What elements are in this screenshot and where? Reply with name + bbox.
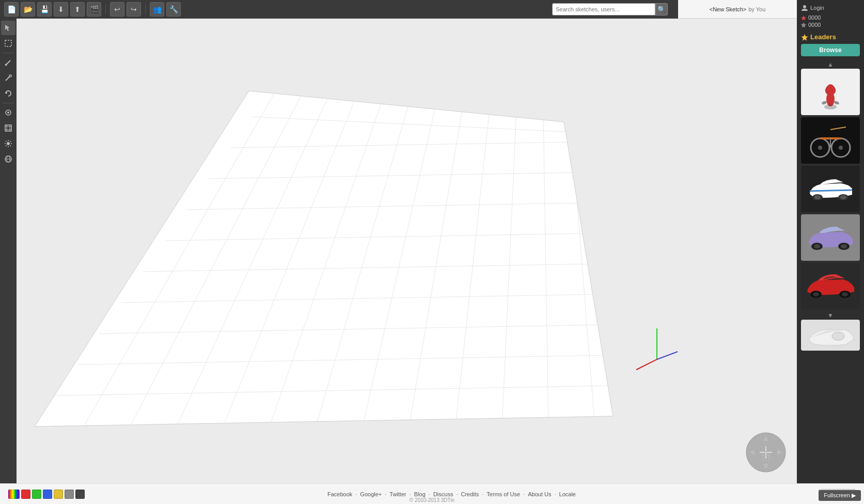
- paint-tool[interactable]: [1, 55, 15, 70]
- yellow-swatch[interactable]: [54, 490, 63, 499]
- users-button[interactable]: 👥: [150, 2, 164, 17]
- svg-point-86: [834, 100, 839, 105]
- save-file-button[interactable]: 💾: [37, 2, 52, 17]
- undo-button[interactable]: ↩: [110, 2, 124, 17]
- thumbnail-2[interactable]: [801, 117, 860, 164]
- search-button[interactable]: 🔍: [655, 3, 668, 15]
- fullscreen-button[interactable]: Fullscreen ▶: [819, 490, 861, 501]
- svg-rect-0: [5, 40, 11, 46]
- light-tool[interactable]: [1, 136, 15, 151]
- svg-line-3: [6, 76, 10, 81]
- thumbnail-6[interactable]: [801, 320, 860, 351]
- thumbnail-3[interactable]: [801, 166, 860, 212]
- svg-line-98: [810, 190, 852, 191]
- dark-swatch[interactable]: [75, 490, 85, 499]
- svg-point-105: [813, 292, 819, 296]
- svg-point-84: [824, 104, 837, 109]
- svg-rect-12: [5, 125, 11, 131]
- sketch-by: by You: [748, 6, 765, 12]
- left-sidebar: [0, 19, 17, 483]
- scroll-up-arrow[interactable]: ▲: [801, 60, 860, 69]
- grid-tool[interactable]: [1, 121, 15, 135]
- leaders-section: Leaders Browse ▲: [797, 33, 864, 357]
- svg-point-106: [842, 292, 848, 296]
- settings-button[interactable]: 🔧: [166, 2, 181, 17]
- search-input[interactable]: [552, 3, 655, 15]
- sketch-title-area: <New Sketch> by You: [678, 0, 797, 19]
- scene-tool[interactable]: [1, 152, 15, 166]
- browse-button[interactable]: Browse: [801, 44, 860, 56]
- gallery-button[interactable]: 🎬: [87, 2, 101, 17]
- svg-point-96: [814, 195, 821, 199]
- svg-line-69: [657, 352, 678, 359]
- upload-button[interactable]: ⬆: [70, 2, 85, 17]
- svg-point-13: [7, 142, 10, 145]
- google-plus-link[interactable]: Google+: [360, 491, 382, 497]
- sidebar-sep-1: [3, 53, 14, 53]
- terms-link[interactable]: Terms of Use: [486, 491, 520, 497]
- svg-point-91: [818, 146, 822, 150]
- login-section: Login 0000 0000: [797, 0, 864, 33]
- snap-tool[interactable]: [1, 105, 15, 120]
- discuss-link[interactable]: Discuss: [433, 491, 453, 497]
- svg-line-21: [6, 146, 7, 147]
- rainbow-swatch[interactable]: [8, 490, 20, 499]
- color-palette: [8, 490, 85, 499]
- facebook-link[interactable]: Facebook: [327, 491, 352, 497]
- svg-line-93: [830, 127, 846, 130]
- svg-marker-81: [802, 23, 806, 27]
- points-value: 0000: [808, 14, 821, 21]
- thumbnail-4[interactable]: [801, 214, 860, 261]
- points-row: 0000: [801, 14, 860, 21]
- scroll-down-arrow[interactable]: ▼: [801, 311, 860, 320]
- svg-marker-82: [802, 34, 808, 41]
- svg-marker-80: [801, 15, 806, 20]
- search-container: 🔍: [552, 3, 668, 15]
- open-file-button[interactable]: 📂: [21, 2, 35, 17]
- svg-point-97: [840, 195, 846, 199]
- new-file-button[interactable]: 📄: [4, 2, 19, 17]
- gray-swatch[interactable]: [65, 490, 74, 499]
- svg-point-92: [839, 146, 843, 150]
- twitter-link[interactable]: Twitter: [389, 491, 406, 497]
- locale-link[interactable]: Locale: [559, 491, 576, 497]
- thumbnail-1[interactable]: [801, 69, 860, 115]
- svg-line-20: [10, 141, 11, 142]
- 3d-grid: [17, 19, 797, 483]
- stars-row: 0000: [801, 22, 860, 28]
- login-label: Login: [810, 5, 824, 11]
- navigation-cube[interactable]: [745, 432, 787, 473]
- svg-line-1: [6, 60, 10, 65]
- svg-point-85: [821, 100, 827, 105]
- login-button[interactable]: Login: [801, 4, 860, 11]
- svg-point-2: [5, 64, 7, 66]
- dashed-select-tool[interactable]: [1, 36, 15, 51]
- svg-point-107: [832, 332, 844, 340]
- canvas-area[interactable]: [17, 19, 797, 483]
- about-link[interactable]: About Us: [528, 491, 551, 497]
- eyedropper-tool[interactable]: [1, 71, 15, 85]
- svg-line-19: [10, 146, 11, 147]
- sketch-title: <New Sketch>: [710, 6, 747, 12]
- save-local-button[interactable]: ⬇: [54, 2, 68, 17]
- credits-link[interactable]: Credits: [461, 491, 479, 497]
- footer: Facebook · Google+ · Twitter · Blog · Di…: [0, 483, 864, 504]
- blue-swatch[interactable]: [43, 490, 52, 499]
- red-swatch[interactable]: [21, 490, 30, 499]
- green-swatch[interactable]: [32, 490, 41, 499]
- leaders-label: Leaders: [801, 33, 860, 41]
- thumbnail-5[interactable]: [801, 263, 860, 309]
- redo-button[interactable]: ↪: [127, 2, 141, 17]
- toolbar-sep-1: [105, 4, 106, 14]
- svg-point-7: [7, 112, 9, 114]
- blog-link[interactable]: Blog: [414, 491, 426, 497]
- footer-links: Facebook · Google+ · Twitter · Blog · Di…: [327, 491, 576, 497]
- svg-point-102: [841, 244, 847, 248]
- select-tool[interactable]: [1, 21, 15, 35]
- svg-line-18: [6, 141, 7, 142]
- sidebar-sep-2: [3, 103, 14, 103]
- rotate-tool[interactable]: [1, 86, 15, 101]
- right-panel: Login 0000 0000 Leaders Browse ▲: [797, 0, 864, 483]
- svg-marker-5: [6, 92, 8, 94]
- stars-value: 0000: [808, 22, 821, 28]
